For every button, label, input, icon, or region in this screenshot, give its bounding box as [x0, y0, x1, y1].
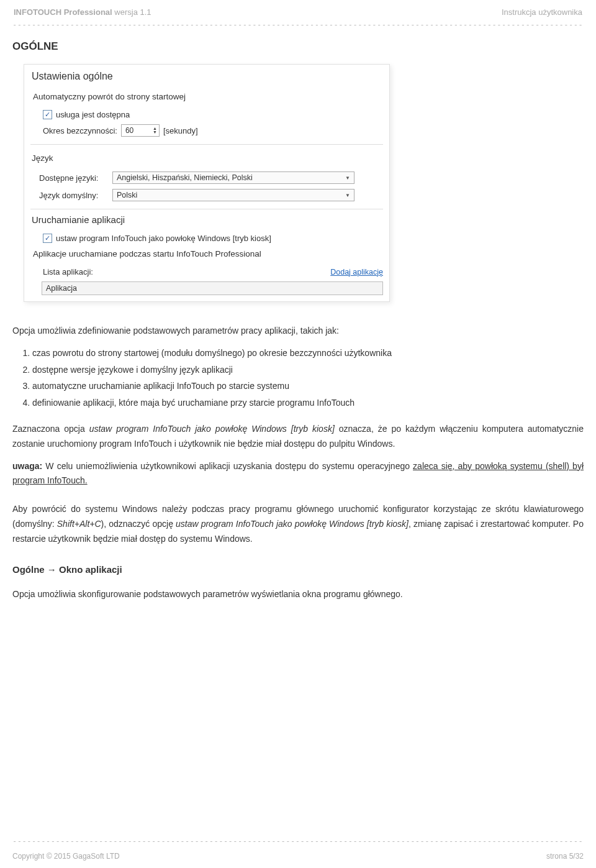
body-text: Opcja umożliwia zdefiniowanie podstawowy…	[12, 324, 584, 602]
available-languages-value: Angielski, Hiszpański, Niemiecki, Polski	[117, 173, 253, 182]
service-available-checkbox[interactable]: ✓	[43, 110, 52, 119]
app-list-label: Lista aplikacji:	[43, 267, 93, 276]
warning-paragraph: uwaga: W celu uniemożliwienia użytkownik…	[12, 459, 584, 489]
idle-value: 60	[125, 126, 133, 135]
section-title: OGÓLNE	[12, 40, 584, 53]
divider	[30, 209, 383, 209]
page-footer: Copyright © 2015 GagaSoft LTD strona 5/3…	[12, 852, 584, 861]
available-languages-label: Dostępne języki:	[39, 173, 109, 183]
kiosk-paragraph: Zaznaczona opcja ustaw program InfoTouch…	[12, 422, 584, 452]
default-language-row: Język domyślny: Polski ▼	[30, 186, 383, 204]
header-right: Instrukcja użytkownika	[502, 7, 582, 17]
idle-label: Okres bezczynności:	[43, 126, 117, 135]
kiosk-label: ustaw program InfoTouch jako powłokę Win…	[56, 234, 271, 243]
return-paragraph: Aby powrócić do systemu Windows należy p…	[12, 502, 584, 546]
default-language-label: Język domyślny:	[39, 191, 109, 200]
header-divider: ----------------------------------------…	[12, 21, 584, 29]
launch-title: Uruchamianie aplikacji	[30, 214, 383, 231]
app-list-row: Lista aplikacji: Dodaj aplikację	[30, 265, 383, 279]
list-item: czas powrotu do strony startowej (modułu…	[32, 346, 584, 361]
list-item: dostępne wersje językowe i domyślny języ…	[32, 363, 584, 378]
version-text: wersja 1.1	[114, 7, 151, 17]
service-available-row: ✓ usługa jest dostępna	[30, 107, 383, 122]
subsection-heading: Ogólne → Okno aplikacji	[12, 562, 584, 578]
divider	[30, 144, 383, 145]
brand-name: INFOTOUCH Professional	[14, 7, 112, 17]
auto-return-title: Automatyczny powrót do strony startowej	[30, 88, 383, 107]
startup-apps-title: Aplikacje uruchamiane podczas startu Inf…	[30, 245, 383, 265]
available-languages-row: Dostępne języki: Angielski, Hiszpański, …	[30, 169, 383, 186]
list-item: definiowanie aplikacji, które maja być u…	[32, 396, 584, 411]
idle-row: Okres bezczynności: 60 ▲▼ [sekundy]	[30, 122, 383, 139]
available-languages-select[interactable]: Angielski, Hiszpański, Niemiecki, Polski…	[112, 171, 354, 184]
window-paragraph: Opcja umożliwia skonfigurowanie podstawo…	[12, 587, 584, 602]
app-list-header: Aplikacja	[42, 281, 383, 295]
add-application-link[interactable]: Dodaj aplikację	[330, 268, 383, 276]
page-header: INFOTOUCH Professional wersja 1.1 Instru…	[12, 7, 584, 19]
idle-unit: [sekundy]	[163, 126, 198, 135]
kiosk-checkbox[interactable]: ✓	[43, 234, 52, 243]
idle-spinbox[interactable]: 60 ▲▼	[121, 124, 160, 137]
footer-divider: ----------------------------------------…	[12, 837, 584, 846]
header-left: INFOTOUCH Professional wersja 1.1	[14, 7, 151, 17]
page-number: strona 5/32	[546, 852, 584, 861]
list-item: automatyczne uruchamianie aplikacji Info…	[32, 379, 584, 394]
kiosk-row: ✓ ustaw program InfoTouch jako powłokę W…	[30, 231, 383, 245]
settings-panel-title: Ustawienia ogólne	[30, 70, 383, 88]
language-title: Język	[30, 150, 383, 169]
chevron-down-icon: ▼	[345, 175, 350, 181]
default-language-select[interactable]: Polski ▼	[112, 189, 354, 201]
default-language-value: Polski	[117, 191, 137, 199]
copyright-text: Copyright © 2015 GagaSoft LTD	[12, 852, 120, 861]
feature-list: czas powrotu do strony startowej (modułu…	[16, 346, 584, 411]
chevron-down-icon: ▼	[345, 193, 350, 198]
spin-buttons-icon[interactable]: ▲▼	[153, 127, 158, 134]
service-available-label: usługa jest dostępna	[56, 110, 130, 119]
settings-panel: Ustawienia ogólne Automatyczny powrót do…	[24, 64, 390, 302]
intro-paragraph: Opcja umożliwia zdefiniowanie podstawowy…	[12, 324, 584, 339]
